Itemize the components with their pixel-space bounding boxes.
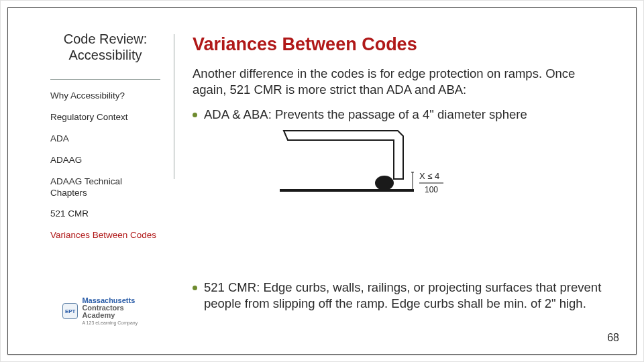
logo-sub: A 123 eLearning Company [82,320,156,325]
nav-item[interactable]: ADAAG Technical Chapters [50,176,160,199]
nav-item[interactable]: 521 CMR [50,208,160,220]
logo-text: Massachusetts Contractors Academy A 123 … [82,297,156,325]
nav-item[interactable]: ADAAG [50,155,160,166]
nav-label: 521 CMR [50,208,89,219]
svg-point-0 [375,176,394,190]
nav-list: Why Accessibility? Regulatory Context AD… [50,90,160,241]
ramp-diagram: X ≤ 4 100 [280,127,608,208]
lead-paragraph: Another difference in the codes is for e… [193,66,608,97]
vertical-divider [174,34,174,179]
diagram-label-frac: 100 [425,185,438,194]
bullet-icon [193,113,197,117]
logo-line2: Contractors Academy [82,304,156,319]
main-content: Variances Between Codes Another differen… [193,34,608,217]
nav-label: Variances Between Codes [50,230,156,240]
nav-label: Regulatory Context [50,112,128,122]
slide: Code Review: Accessibility Why Accessibi… [0,0,644,362]
sidebar-divider [50,79,160,80]
sidebar-title-line1: Code Review: [64,32,148,46]
nav-label: ADA [50,133,69,143]
diagram-label-x: X ≤ 4 [419,171,439,181]
bullet-icon [193,286,197,290]
logo: EPT Massachusetts Contractors Academy A … [62,297,156,325]
nav-label: Why Accessibility? [50,90,125,101]
nav-item[interactable]: Regulatory Context [50,112,160,123]
nav-item[interactable]: ADA [50,133,160,145]
sidebar: Code Review: Accessibility Why Accessibi… [50,32,160,251]
nav-label: ADAAG Technical Chapters [50,176,122,198]
ramp-diagram-svg: X ≤ 4 100 [280,127,454,206]
nav-label: ADAAG [50,155,82,165]
main-title: Variances Between Codes [193,34,608,55]
nav-item-active[interactable]: Variances Between Codes [50,230,160,241]
nav-item[interactable]: Why Accessibility? [50,90,160,102]
bullet-item: 521 CMR: Edge curbs, walls, railings, or… [193,280,608,315]
bullet-text: 521 CMR: Edge curbs, walls, railings, or… [204,280,608,311]
sidebar-title: Code Review: Accessibility [50,32,160,63]
logo-badge-icon: EPT [62,303,78,319]
bullet-item: ADA & ABA: Prevents the passage of a 4" … [193,107,608,123]
sidebar-title-line2: Accessibility [69,48,142,62]
bullet-text: ADA & ABA: Prevents the passage of a 4" … [204,107,527,123]
page-number: 68 [607,332,619,344]
